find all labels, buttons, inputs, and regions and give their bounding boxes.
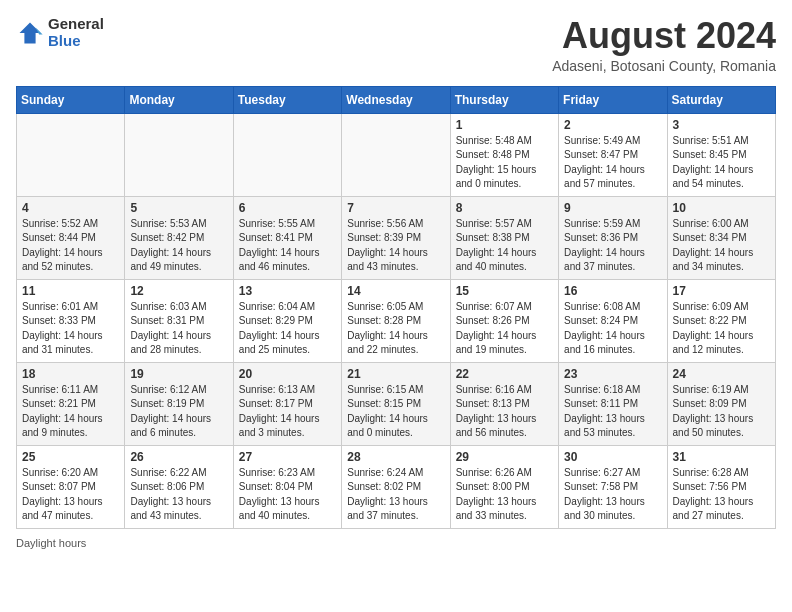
day-number: 13 xyxy=(239,284,336,298)
subtitle: Adaseni, Botosani County, Romania xyxy=(552,58,776,74)
week-row-4: 18Sunrise: 6:11 AM Sunset: 8:21 PM Dayli… xyxy=(17,362,776,445)
calendar-cell: 24Sunrise: 6:19 AM Sunset: 8:09 PM Dayli… xyxy=(667,362,775,445)
day-number: 20 xyxy=(239,367,336,381)
day-number: 11 xyxy=(22,284,119,298)
calendar-cell: 8Sunrise: 5:57 AM Sunset: 8:38 PM Daylig… xyxy=(450,196,558,279)
day-info: Sunrise: 6:26 AM Sunset: 8:00 PM Dayligh… xyxy=(456,466,553,524)
calendar-cell: 10Sunrise: 6:00 AM Sunset: 8:34 PM Dayli… xyxy=(667,196,775,279)
day-header-tuesday: Tuesday xyxy=(233,86,341,113)
day-info: Sunrise: 6:12 AM Sunset: 8:19 PM Dayligh… xyxy=(130,383,227,441)
header: General Blue August 2024 Adaseni, Botosa… xyxy=(16,16,776,74)
day-number: 31 xyxy=(673,450,770,464)
calendar-cell: 23Sunrise: 6:18 AM Sunset: 8:11 PM Dayli… xyxy=(559,362,667,445)
day-number: 9 xyxy=(564,201,661,215)
day-number: 7 xyxy=(347,201,444,215)
calendar-cell: 2Sunrise: 5:49 AM Sunset: 8:47 PM Daylig… xyxy=(559,113,667,196)
calendar-cell: 29Sunrise: 6:26 AM Sunset: 8:00 PM Dayli… xyxy=(450,445,558,528)
logo: General Blue xyxy=(16,16,104,49)
day-number: 14 xyxy=(347,284,444,298)
day-number: 29 xyxy=(456,450,553,464)
day-info: Sunrise: 6:00 AM Sunset: 8:34 PM Dayligh… xyxy=(673,217,770,275)
day-header-sunday: Sunday xyxy=(17,86,125,113)
calendar-cell: 4Sunrise: 5:52 AM Sunset: 8:44 PM Daylig… xyxy=(17,196,125,279)
calendar-cell: 14Sunrise: 6:05 AM Sunset: 8:28 PM Dayli… xyxy=(342,279,450,362)
calendar-cell: 31Sunrise: 6:28 AM Sunset: 7:56 PM Dayli… xyxy=(667,445,775,528)
day-info: Sunrise: 5:48 AM Sunset: 8:48 PM Dayligh… xyxy=(456,134,553,192)
day-info: Sunrise: 6:20 AM Sunset: 8:07 PM Dayligh… xyxy=(22,466,119,524)
day-number: 21 xyxy=(347,367,444,381)
day-number: 1 xyxy=(456,118,553,132)
day-info: Sunrise: 6:09 AM Sunset: 8:22 PM Dayligh… xyxy=(673,300,770,358)
day-header-friday: Friday xyxy=(559,86,667,113)
calendar-cell: 7Sunrise: 5:56 AM Sunset: 8:39 PM Daylig… xyxy=(342,196,450,279)
day-number: 30 xyxy=(564,450,661,464)
day-header-wednesday: Wednesday xyxy=(342,86,450,113)
calendar-cell: 3Sunrise: 5:51 AM Sunset: 8:45 PM Daylig… xyxy=(667,113,775,196)
calendar-cell: 9Sunrise: 5:59 AM Sunset: 8:36 PM Daylig… xyxy=(559,196,667,279)
day-info: Sunrise: 6:13 AM Sunset: 8:17 PM Dayligh… xyxy=(239,383,336,441)
week-row-5: 25Sunrise: 6:20 AM Sunset: 8:07 PM Dayli… xyxy=(17,445,776,528)
day-number: 8 xyxy=(456,201,553,215)
day-info: Sunrise: 6:24 AM Sunset: 8:02 PM Dayligh… xyxy=(347,466,444,524)
week-row-1: 1Sunrise: 5:48 AM Sunset: 8:48 PM Daylig… xyxy=(17,113,776,196)
day-info: Sunrise: 6:05 AM Sunset: 8:28 PM Dayligh… xyxy=(347,300,444,358)
day-info: Sunrise: 6:19 AM Sunset: 8:09 PM Dayligh… xyxy=(673,383,770,441)
day-number: 23 xyxy=(564,367,661,381)
logo-text-blue: Blue xyxy=(48,33,104,50)
day-info: Sunrise: 6:18 AM Sunset: 8:11 PM Dayligh… xyxy=(564,383,661,441)
day-info: Sunrise: 5:59 AM Sunset: 8:36 PM Dayligh… xyxy=(564,217,661,275)
day-info: Sunrise: 6:07 AM Sunset: 8:26 PM Dayligh… xyxy=(456,300,553,358)
day-number: 5 xyxy=(130,201,227,215)
day-number: 10 xyxy=(673,201,770,215)
calendar-cell: 25Sunrise: 6:20 AM Sunset: 8:07 PM Dayli… xyxy=(17,445,125,528)
calendar-cell: 16Sunrise: 6:08 AM Sunset: 8:24 PM Dayli… xyxy=(559,279,667,362)
day-info: Sunrise: 5:51 AM Sunset: 8:45 PM Dayligh… xyxy=(673,134,770,192)
calendar-cell: 17Sunrise: 6:09 AM Sunset: 8:22 PM Dayli… xyxy=(667,279,775,362)
day-number: 28 xyxy=(347,450,444,464)
day-number: 18 xyxy=(22,367,119,381)
day-info: Sunrise: 6:11 AM Sunset: 8:21 PM Dayligh… xyxy=(22,383,119,441)
days-header-row: SundayMondayTuesdayWednesdayThursdayFrid… xyxy=(17,86,776,113)
calendar-cell: 26Sunrise: 6:22 AM Sunset: 8:06 PM Dayli… xyxy=(125,445,233,528)
day-number: 19 xyxy=(130,367,227,381)
day-number: 2 xyxy=(564,118,661,132)
day-header-thursday: Thursday xyxy=(450,86,558,113)
day-info: Sunrise: 5:52 AM Sunset: 8:44 PM Dayligh… xyxy=(22,217,119,275)
main-title: August 2024 xyxy=(552,16,776,56)
calendar-table: SundayMondayTuesdayWednesdayThursdayFrid… xyxy=(16,86,776,529)
day-info: Sunrise: 6:23 AM Sunset: 8:04 PM Dayligh… xyxy=(239,466,336,524)
day-info: Sunrise: 6:16 AM Sunset: 8:13 PM Dayligh… xyxy=(456,383,553,441)
calendar-cell xyxy=(17,113,125,196)
day-number: 26 xyxy=(130,450,227,464)
day-info: Sunrise: 6:27 AM Sunset: 7:58 PM Dayligh… xyxy=(564,466,661,524)
day-info: Sunrise: 6:28 AM Sunset: 7:56 PM Dayligh… xyxy=(673,466,770,524)
calendar-cell: 13Sunrise: 6:04 AM Sunset: 8:29 PM Dayli… xyxy=(233,279,341,362)
day-number: 4 xyxy=(22,201,119,215)
calendar-cell: 28Sunrise: 6:24 AM Sunset: 8:02 PM Dayli… xyxy=(342,445,450,528)
calendar-cell: 27Sunrise: 6:23 AM Sunset: 8:04 PM Dayli… xyxy=(233,445,341,528)
day-number: 22 xyxy=(456,367,553,381)
logo-text-general: General xyxy=(48,16,104,33)
day-info: Sunrise: 6:22 AM Sunset: 8:06 PM Dayligh… xyxy=(130,466,227,524)
calendar-cell: 6Sunrise: 5:55 AM Sunset: 8:41 PM Daylig… xyxy=(233,196,341,279)
week-row-3: 11Sunrise: 6:01 AM Sunset: 8:33 PM Dayli… xyxy=(17,279,776,362)
day-info: Sunrise: 6:15 AM Sunset: 8:15 PM Dayligh… xyxy=(347,383,444,441)
footer-note: Daylight hours xyxy=(16,537,776,549)
day-info: Sunrise: 5:49 AM Sunset: 8:47 PM Dayligh… xyxy=(564,134,661,192)
calendar-cell: 15Sunrise: 6:07 AM Sunset: 8:26 PM Dayli… xyxy=(450,279,558,362)
day-info: Sunrise: 5:56 AM Sunset: 8:39 PM Dayligh… xyxy=(347,217,444,275)
day-info: Sunrise: 6:08 AM Sunset: 8:24 PM Dayligh… xyxy=(564,300,661,358)
calendar-cell: 21Sunrise: 6:15 AM Sunset: 8:15 PM Dayli… xyxy=(342,362,450,445)
calendar-cell xyxy=(233,113,341,196)
calendar-cell: 5Sunrise: 5:53 AM Sunset: 8:42 PM Daylig… xyxy=(125,196,233,279)
calendar-cell: 20Sunrise: 6:13 AM Sunset: 8:17 PM Dayli… xyxy=(233,362,341,445)
day-number: 3 xyxy=(673,118,770,132)
day-number: 17 xyxy=(673,284,770,298)
calendar-cell xyxy=(342,113,450,196)
day-header-saturday: Saturday xyxy=(667,86,775,113)
logo-icon xyxy=(16,19,44,47)
day-info: Sunrise: 5:55 AM Sunset: 8:41 PM Dayligh… xyxy=(239,217,336,275)
day-number: 6 xyxy=(239,201,336,215)
calendar-cell: 1Sunrise: 5:48 AM Sunset: 8:48 PM Daylig… xyxy=(450,113,558,196)
day-number: 27 xyxy=(239,450,336,464)
